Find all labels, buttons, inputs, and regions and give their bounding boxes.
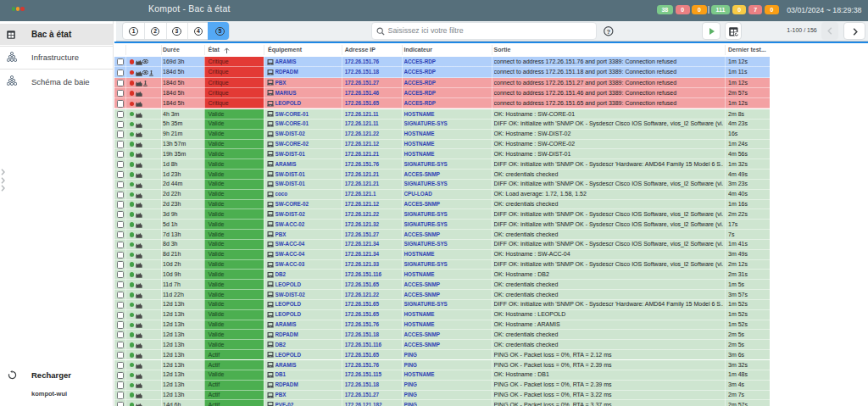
svg-text:?: ? [606, 28, 610, 36]
